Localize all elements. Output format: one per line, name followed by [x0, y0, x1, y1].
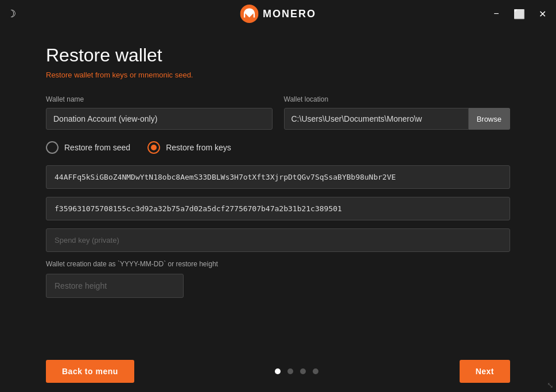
wallet-name-group: Wallet name — [46, 95, 273, 130]
address-input[interactable] — [46, 165, 510, 189]
page-subtitle: Restore wallet from keys or mnemonic see… — [46, 71, 510, 79]
next-button[interactable]: Next — [460, 360, 510, 383]
pagination-dot-4 — [313, 368, 318, 374]
resize-handle[interactable]: ⤡ — [547, 381, 554, 390]
bottom-bar: Back to menu Next — [0, 351, 556, 392]
creation-date-label: Wallet creation date as `YYYY-MM-DD` or … — [46, 260, 510, 268]
restore-from-seed-option[interactable]: Restore from seed — [46, 141, 130, 154]
titlebar-logo: MONERO — [240, 5, 316, 23]
wallet-location-group: Wallet location Browse — [284, 95, 511, 130]
browse-button[interactable]: Browse — [469, 108, 510, 130]
page-title: Restore wallet — [46, 45, 510, 66]
wallet-location-input[interactable] — [284, 108, 469, 130]
restore-from-seed-label: Restore from seed — [64, 143, 130, 152]
pagination-dot-3 — [300, 368, 306, 374]
restore-from-keys-label: Restore from keys — [166, 143, 231, 152]
restore-from-keys-option[interactable]: Restore from keys — [147, 141, 231, 154]
close-button[interactable]: ✕ — [535, 7, 549, 21]
wallet-name-label: Wallet name — [46, 95, 273, 103]
titlebar: ☽ MONERO − ⬜ ✕ — [0, 0, 556, 28]
pagination-dot-1 — [275, 368, 281, 374]
titlebar-controls: − ⬜ ✕ — [489, 7, 549, 21]
pagination-dot-2 — [287, 368, 293, 374]
spend-key-input[interactable] — [46, 228, 510, 252]
monero-logo-icon — [240, 5, 258, 23]
main-content: Restore wallet Restore wallet from keys … — [0, 28, 556, 309]
restore-from-keys-radio[interactable] — [147, 141, 160, 154]
radio-selected-dot — [151, 145, 157, 150]
wallet-name-input[interactable] — [46, 108, 273, 130]
restore-height-input[interactable] — [46, 274, 184, 298]
pagination — [275, 368, 318, 374]
app-title: MONERO — [263, 8, 316, 20]
view-key-input[interactable] — [46, 197, 510, 220]
restore-method-row: Restore from seed Restore from keys — [46, 141, 510, 154]
back-to-menu-button[interactable]: Back to menu — [46, 360, 134, 383]
wallet-info-row: Wallet name Wallet location Browse — [46, 95, 510, 130]
wallet-location-field: Browse — [284, 108, 511, 130]
minimize-button[interactable]: − — [489, 7, 503, 21]
titlebar-left: ☽ — [7, 7, 16, 20]
maximize-button[interactable]: ⬜ — [512, 7, 526, 21]
restore-from-seed-radio[interactable] — [46, 141, 59, 154]
wallet-location-label: Wallet location — [284, 95, 511, 103]
moon-icon[interactable]: ☽ — [7, 7, 16, 20]
